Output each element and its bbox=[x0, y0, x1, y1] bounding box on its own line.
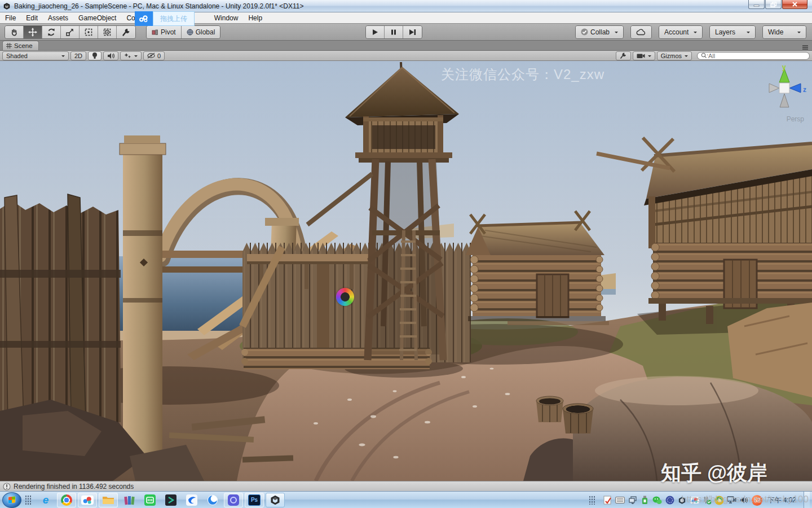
account-group: Account bbox=[659, 25, 703, 39]
rotate-tool-button[interactable] bbox=[42, 26, 61, 38]
menu-item-gameobject[interactable]: GameObject bbox=[73, 12, 121, 24]
step-button[interactable] bbox=[403, 26, 422, 38]
global-label: Global bbox=[196, 28, 215, 36]
scale-tool-button[interactable] bbox=[61, 26, 80, 38]
winrar-icon[interactable] bbox=[120, 493, 139, 507]
hand-tool-button[interactable] bbox=[5, 26, 24, 38]
pivot-icon bbox=[152, 29, 158, 36]
draw-mode-dropdown[interactable]: Shaded bbox=[2, 51, 69, 60]
audio-toggle[interactable] bbox=[103, 51, 118, 60]
camera-settings-dropdown[interactable] bbox=[633, 51, 655, 60]
collab-dropdown[interactable]: Collab bbox=[576, 26, 623, 38]
layout-label: Wide bbox=[768, 28, 783, 36]
chrome-icon[interactable] bbox=[57, 493, 76, 507]
layout-dropdown[interactable]: Wide bbox=[763, 26, 806, 38]
scene-visibility-toggle[interactable]: 0 bbox=[143, 51, 165, 60]
left-palisade[interactable] bbox=[0, 194, 121, 427]
temp-ball-badge[interactable]: 52 bbox=[752, 495, 762, 506]
ie-icon[interactable]: e bbox=[36, 493, 55, 507]
log-cabin-small[interactable] bbox=[466, 211, 609, 325]
menu-bar: File Edit Assets GameObject Com Window H… bbox=[0, 12, 812, 24]
transform-tool-button[interactable] bbox=[98, 26, 117, 38]
show-desktop-button[interactable] bbox=[804, 492, 810, 508]
gizmo-x-cone[interactable] bbox=[769, 84, 779, 93]
scene-render[interactable] bbox=[0, 61, 812, 481]
network-tray-icon[interactable] bbox=[727, 496, 736, 505]
status-bar[interactable]: Rendering finished in 1136.492 seconds bbox=[0, 481, 812, 491]
wechat-tray-icon[interactable] bbox=[652, 496, 662, 505]
draw-mode-label: Shaded bbox=[6, 52, 28, 59]
account-dropdown[interactable]: Account bbox=[659, 26, 702, 38]
hidden-icons-grid[interactable] bbox=[589, 496, 595, 505]
tab-scene[interactable]: Scene bbox=[2, 41, 39, 50]
global-toggle-button[interactable]: Global bbox=[182, 26, 220, 38]
menu-item-edit[interactable]: Edit bbox=[21, 12, 43, 24]
photoshop-icon[interactable]: Ps bbox=[245, 493, 264, 507]
notes-tray-icon[interactable] bbox=[603, 496, 612, 505]
baidu-netdisk-taskbar-icon[interactable] bbox=[78, 493, 97, 507]
menu-item-window[interactable]: Window bbox=[209, 12, 244, 24]
security-ball-tray-icon[interactable] bbox=[714, 496, 724, 505]
tab-scene-label: Scene bbox=[14, 42, 33, 49]
window-title: Baking_jiaocheng_26 - SampleScene - PC, … bbox=[14, 2, 303, 10]
cloud-button[interactable] bbox=[631, 26, 651, 38]
effects-dropdown[interactable] bbox=[120, 51, 142, 60]
system-tray: 52 下午 4:02 bbox=[589, 492, 812, 508]
custom-tool-button[interactable] bbox=[117, 26, 135, 38]
light-probe-gizmo[interactable] bbox=[336, 288, 354, 306]
music-app-icon[interactable] bbox=[224, 493, 243, 507]
ime-keyboard-icon[interactable] bbox=[615, 496, 625, 505]
layers-dropdown[interactable]: Layers bbox=[710, 26, 755, 38]
taskbar-handle-dots[interactable] bbox=[25, 495, 32, 505]
close-button[interactable] bbox=[782, 0, 807, 9]
scene-viewport[interactable]: y z Persp 关注微信公众号：V2_zxw 知乎 @彼岸 bbox=[0, 61, 812, 481]
eye-crossed-icon bbox=[147, 52, 156, 59]
scene-search-field[interactable] bbox=[697, 52, 810, 60]
gizmo-down-cone[interactable] bbox=[780, 94, 789, 107]
media-encoder-icon[interactable] bbox=[161, 493, 180, 507]
menu-item-file[interactable]: File bbox=[0, 12, 21, 24]
restore-windows-tray-icon[interactable] bbox=[628, 496, 637, 505]
collab-check-icon bbox=[581, 28, 588, 36]
play-button[interactable] bbox=[366, 26, 385, 38]
volume-tray-icon[interactable] bbox=[739, 496, 749, 505]
netdisk-tray-icon[interactable] bbox=[690, 496, 699, 505]
pivot-label: Pivot bbox=[161, 28, 176, 36]
account-label: Account bbox=[664, 28, 689, 36]
usb-tray-icon[interactable] bbox=[640, 496, 650, 505]
pivot-toggle-button[interactable]: Pivot bbox=[147, 26, 182, 38]
browser-swirl-icon[interactable] bbox=[203, 493, 222, 507]
gizmo-y-label: y bbox=[782, 63, 786, 71]
2d-toggle[interactable]: 2D bbox=[70, 51, 86, 60]
taskbar: e bbox=[0, 491, 812, 508]
drag-upload-label[interactable]: 拖拽上传 bbox=[153, 11, 195, 26]
netdisk-upload-overlay[interactable]: 拖拽上传 bbox=[135, 11, 195, 26]
move-tool-button[interactable] bbox=[24, 26, 42, 38]
menu-item-help[interactable]: Help bbox=[243, 12, 267, 24]
restore-button[interactable] bbox=[765, 0, 782, 9]
blue-badge-tray-icon[interactable] bbox=[665, 496, 674, 505]
unity-tray-icon[interactable] bbox=[677, 496, 687, 505]
gizmo-z-cone[interactable] bbox=[789, 84, 801, 93]
thunder-icon[interactable] bbox=[182, 493, 201, 507]
layers-group: Layers bbox=[709, 25, 756, 39]
menu-item-assets[interactable]: Assets bbox=[43, 12, 73, 24]
window-titlebar[interactable]: Baking_jiaocheng_26 - SampleScene - PC, … bbox=[0, 0, 812, 12]
file-explorer-icon[interactable] bbox=[99, 493, 118, 507]
scene-search-input[interactable] bbox=[708, 52, 798, 59]
pause-button[interactable] bbox=[385, 26, 403, 38]
minimize-button[interactable] bbox=[748, 0, 765, 9]
lighting-toggle[interactable] bbox=[88, 51, 102, 60]
iqiyi-icon[interactable] bbox=[140, 493, 160, 507]
gizmo-cube[interactable] bbox=[779, 83, 789, 93]
speaker-icon bbox=[107, 52, 114, 59]
unity-taskbar-icon[interactable] bbox=[266, 493, 285, 507]
gizmos-dropdown[interactable]: Gizmos bbox=[657, 51, 692, 60]
rect-tool-button[interactable] bbox=[80, 26, 98, 38]
taskbar-clock[interactable]: 下午 4:02 bbox=[765, 496, 801, 505]
projection-label[interactable]: Persp bbox=[787, 115, 804, 123]
playmode-group bbox=[365, 25, 422, 39]
power-plug-tray-icon[interactable] bbox=[702, 496, 712, 505]
scene-tools-button[interactable] bbox=[616, 51, 631, 60]
start-button[interactable] bbox=[2, 492, 21, 508]
